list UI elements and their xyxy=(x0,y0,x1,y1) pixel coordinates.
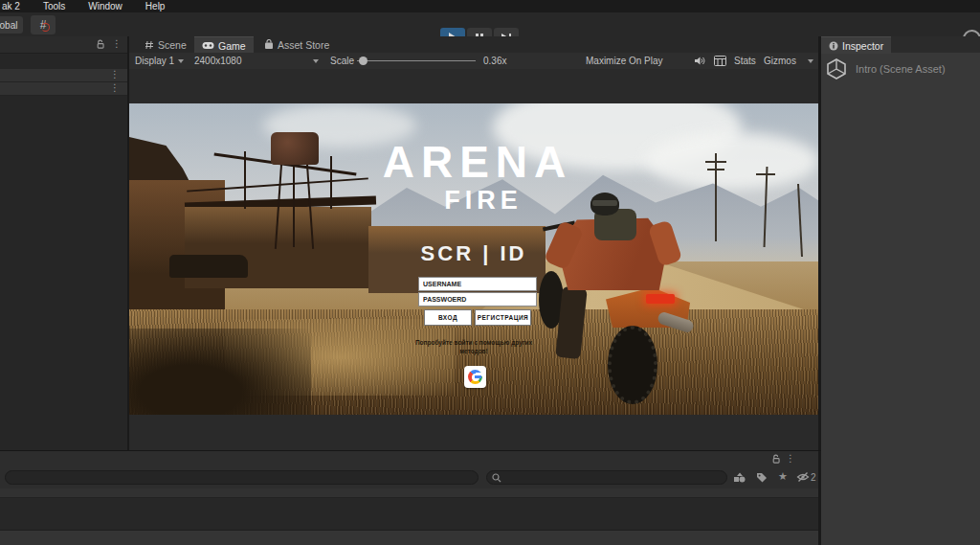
game-subtitle: FIRE xyxy=(129,188,818,214)
game-title: ARENA xyxy=(129,140,818,184)
motorcycle-rear-wheel xyxy=(608,326,657,404)
kebab-menu-icon[interactable]: ⋮ xyxy=(110,83,120,93)
tab-strip: Scene Game Asset Store xyxy=(129,36,818,53)
tab-game-label: Game xyxy=(218,40,246,52)
scale-slider[interactable] xyxy=(357,60,476,61)
menu-item-help[interactable]: Help xyxy=(134,0,177,12)
hidden-count: 2 xyxy=(811,472,816,483)
display-dropdown[interactable]: Display 1 xyxy=(135,53,184,69)
game-view-panel: Scene Game Asset Store Display 1 2400x10… xyxy=(129,36,818,450)
bottom-footer xyxy=(0,530,818,545)
login-button[interactable]: ВХОД xyxy=(424,309,472,326)
search-input[interactable] xyxy=(504,471,724,486)
caret-down-icon xyxy=(808,59,813,63)
kebab-menu-icon[interactable]: ⋮ xyxy=(112,39,122,49)
speaker-icon xyxy=(694,56,705,66)
password-input[interactable] xyxy=(418,292,537,307)
maximize-on-play-toggle[interactable]: Maximize On Play xyxy=(586,53,663,69)
lock-icon[interactable] xyxy=(96,39,106,50)
filter-field[interactable] xyxy=(5,470,479,485)
tab-scene[interactable]: Scene xyxy=(137,36,194,53)
google-g-icon xyxy=(468,370,482,384)
favorites-star-icon[interactable]: ★ xyxy=(778,471,788,482)
tab-game[interactable]: Game xyxy=(194,36,254,54)
global-pivot-label: obal xyxy=(0,20,17,31)
mute-audio-button[interactable] xyxy=(694,53,705,69)
gizmos-label: Gizmos xyxy=(764,56,796,66)
stats-toggle[interactable]: Stats xyxy=(734,53,756,69)
tab-asset-store-label: Asset Store xyxy=(278,39,329,51)
game-toolbar: Display 1 2400x1080 Scale 0.36x Maximize… xyxy=(129,53,818,70)
hidden-objects-toggle[interactable]: 2 xyxy=(796,471,816,483)
scale-value: 0.36x xyxy=(483,53,506,69)
alt-login-hint: Попробуйте войти с помощью других методо… xyxy=(378,339,569,356)
tab-inspector-label: Inspector xyxy=(842,40,883,52)
frame-capture-button[interactable] xyxy=(714,53,726,69)
stats-label: Stats xyxy=(734,56,756,66)
caret-down-icon xyxy=(178,59,184,63)
bottom-panel-header: ⋮ xyxy=(0,451,818,468)
unity-cube-icon xyxy=(825,57,848,80)
lock-icon[interactable] xyxy=(771,454,782,465)
bottom-toolbar: ★ 2 xyxy=(0,467,818,489)
inspector-asset-label: Intro (Scene Asset) xyxy=(856,63,946,75)
grid-snap-button[interactable]: # xyxy=(31,15,56,34)
menu-item-ak2[interactable]: ak 2 xyxy=(0,0,32,12)
left-panel-row[interactable]: ⋮ xyxy=(0,69,127,82)
scale-label: Scale xyxy=(330,53,354,69)
menu-item-window[interactable]: Window xyxy=(77,0,134,12)
resolution-dropdown-label: 2400x1080 xyxy=(194,56,242,66)
inspector-asset-row: Intro (Scene Asset) xyxy=(825,57,946,80)
game-render: ARENA FIRE SCR | ID ВХОД РЕГИСТРАЦИЯ Поп… xyxy=(129,103,818,415)
gizmos-dropdown[interactable]: Gizmos xyxy=(764,53,813,69)
scene-icon xyxy=(145,40,154,50)
hint-line1: Попробуйте войти с помощью других xyxy=(415,339,532,346)
google-signin-button[interactable] xyxy=(464,366,486,388)
search-field[interactable] xyxy=(486,470,727,485)
gamepad-icon xyxy=(202,41,214,50)
frame-grid-icon xyxy=(714,56,726,66)
kebab-menu-icon[interactable]: ⋮ xyxy=(110,70,120,79)
main-toolbar: obal # xyxy=(0,12,980,37)
display-dropdown-label: Display 1 xyxy=(135,56,174,66)
dark-bush xyxy=(129,329,311,415)
bottom-subheader xyxy=(0,488,818,498)
tab-inspector[interactable]: Inspector xyxy=(821,36,891,54)
motorcycle-taillight xyxy=(646,294,675,304)
asset-store-icon xyxy=(264,39,274,50)
caret-down-icon xyxy=(313,59,319,63)
resolution-dropdown[interactable]: 2400x1080 xyxy=(194,53,319,69)
tab-asset-store[interactable]: Asset Store xyxy=(256,36,337,53)
username-input[interactable] xyxy=(418,277,537,291)
tag-icon[interactable] xyxy=(756,472,768,483)
menu-item-tools[interactable]: Tools xyxy=(32,0,77,12)
grid-snap-icon: # xyxy=(40,18,47,32)
maximize-on-play-label: Maximize On Play xyxy=(586,56,663,66)
inspector-panel: Inspector Intro (Scene Asset) xyxy=(821,36,980,545)
left-panel-row[interactable]: ⋮ xyxy=(0,82,127,96)
unity-editor-window: ak 2 Tools Window Help obal # ⋮ ⋮ xyxy=(0,0,980,545)
left-panel-header: ⋮ xyxy=(0,36,127,54)
tab-scene-label: Scene xyxy=(158,39,187,51)
global-pivot-button[interactable]: obal xyxy=(0,16,23,34)
hint-line2: методов! xyxy=(459,348,488,354)
kebab-menu-icon[interactable]: ⋮ xyxy=(786,454,795,464)
register-button[interactable]: РЕГИСТРАЦИЯ xyxy=(475,309,531,326)
menu-bar: ak 2 Tools Window Help xyxy=(0,0,980,12)
search-icon xyxy=(492,473,501,483)
left-panel: ⋮ ⋮ ⋮ xyxy=(0,36,127,450)
eye-hidden-icon xyxy=(796,471,810,483)
search-by-type-icon[interactable] xyxy=(733,472,746,483)
inspector-tab-strip: Inspector xyxy=(821,36,980,53)
brand-text: SCR | ID xyxy=(129,243,818,264)
bottom-panel: ⋮ ★ 2 xyxy=(0,451,818,545)
scale-slider-thumb[interactable] xyxy=(359,57,368,65)
game-viewport: ARENA FIRE SCR | ID ВХОД РЕГИСТРАЦИЯ Поп… xyxy=(129,69,818,450)
info-icon xyxy=(829,41,838,51)
